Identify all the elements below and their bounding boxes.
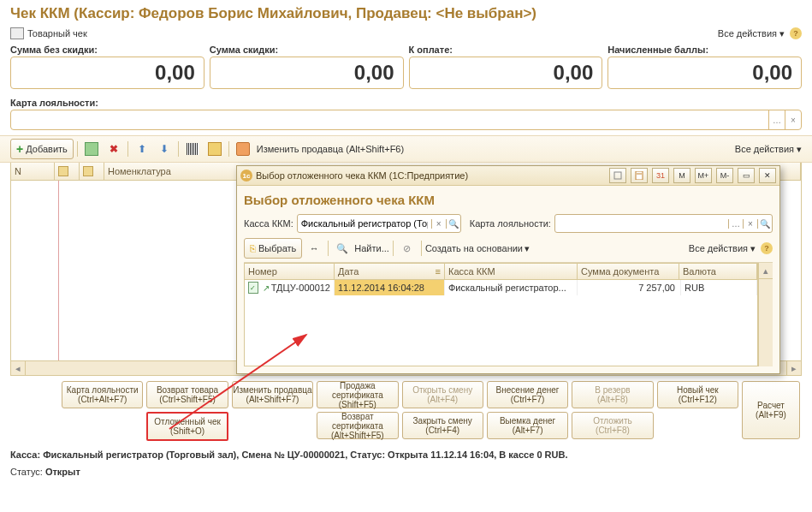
total-discount-value: 0,00 [210,57,404,89]
total-points-value: 0,00 [608,57,802,89]
row-number: ТДЦУ-000012 [271,283,330,293]
dcol-number[interactable]: Номер [245,264,335,279]
chevron-down-icon: ▾ [779,28,785,39]
m-plus-button[interactable]: M+ [695,168,712,183]
chevron-down-icon: ▾ [797,144,802,155]
table-row[interactable]: ✓ ↗ ТДЦУ-000012 11.12.2014 16:04:28 Фиск… [245,280,757,295]
separator [328,241,329,256]
dcol-kassa[interactable]: Касса ККМ [445,264,578,279]
withdraw-button[interactable]: Выемка денег(Alt+F7) [487,412,568,439]
tb-icon-1[interactable] [609,168,626,183]
print-icon [10,27,24,39]
dialog-titlebar-text: Выбор отложенного чека ККМ (1С:Предприят… [256,170,605,181]
loyalty-label: Карта лояльности: [0,94,812,110]
scan-button[interactable] [204,139,225,159]
loyalty-clear-button[interactable]: × [743,219,757,229]
calendar-icon[interactable]: 31 [652,168,669,183]
loyalty-ellipsis-button[interactable]: … [768,110,785,129]
loyalty-field[interactable]: … × [10,110,802,130]
dcol-date[interactable]: Дата ≡ [335,264,445,279]
all-actions-menu[interactable]: Все действия ▾ [718,28,785,39]
m-minus-button[interactable]: M- [716,168,733,183]
refresh-button[interactable]: ↔ [304,238,324,259]
col-icon2[interactable] [80,163,104,180]
deferred-check-button[interactable]: Отложенный чек(Shift+O) [146,412,228,441]
open-shift-button[interactable]: Открыть смену(Alt+F4) [402,381,483,408]
minimize-button[interactable]: ▭ [738,168,755,183]
check-icon: ✓ [248,282,258,294]
delete-button[interactable]: ✖ [104,139,124,159]
loyalty-clear-button[interactable]: × [785,110,801,129]
loyalty-input[interactable] [11,110,768,129]
return-cert-button[interactable]: Возврат сертификата(Alt+Shift+F5) [317,412,398,439]
deposit-button[interactable]: Внесение денег(Ctrl+F7) [487,381,568,408]
close-shift-button[interactable]: Закрыть смену(Ctrl+F4) [402,412,483,439]
find-link[interactable]: Найти... [354,243,389,253]
calculator-icon[interactable] [631,168,648,183]
barcode-button[interactable] [182,139,203,159]
dialog-all-actions-menu[interactable]: Все действия ▾ [689,243,756,254]
separator [178,141,179,157]
row-date: 11.12.2014 16:04:28 [335,280,445,295]
separator [228,141,229,157]
sell-cert-button[interactable]: Продажа сертификата(Shift+F5) [317,381,398,408]
move-down-button[interactable]: ⬇ [154,139,175,159]
row-sum: 7 257,00 [578,280,681,295]
print-receipt-link[interactable]: Товарный чек [27,28,87,39]
scroll-up-button[interactable]: ▴ [759,263,773,279]
m-button[interactable]: M [673,168,690,183]
loyalty-search-button[interactable]: 🔍 [757,219,772,229]
col-icon1[interactable] [55,163,80,180]
deferred-check-dialog: 1c Выбор отложенного чека ККМ (1С:Предпр… [236,165,780,374]
margin-line [58,181,59,360]
return-goods-button[interactable]: Возврат товара(Ctrl+Shift+F5) [146,381,228,408]
add-button[interactable]: + Добавить [10,139,74,159]
scroll-left-button[interactable]: ◂ [11,361,26,375]
dcol-sum[interactable]: Сумма документа [578,264,679,279]
arrow-down-icon: ⬇ [160,143,169,155]
kassa-clear-button[interactable]: × [431,219,446,229]
search-icon: 🔍 [336,243,348,254]
change-seller-link[interactable]: Изменить продавца (Alt+Shift+F6) [257,144,404,154]
col-n[interactable]: N [11,163,55,180]
select-button[interactable]: ⎘ Выбрать [244,238,302,259]
separator [127,141,128,157]
app-icon: 1c [240,170,252,182]
kassa-search-button[interactable]: 🔍 [446,219,460,229]
loyalty-card-button[interactable]: Карта лояльности(Ctrl+Alt+F7) [62,381,143,408]
create-based-menu[interactable]: Создать на основании ▾ [425,243,530,254]
loyalty-ellipsis-button[interactable]: … [728,219,743,229]
close-button[interactable]: ✕ [759,168,776,183]
reserve-button[interactable]: В резерв(Alt+F8) [572,381,653,408]
refresh-icon: ↔ [310,243,319,253]
help-icon[interactable]: ? [790,27,802,39]
scroll-right-button[interactable]: ▸ [786,361,801,375]
dcol-cur[interactable]: Валюта [679,264,757,279]
kassa-input[interactable] [298,218,431,229]
status-value: Открыт [45,467,80,477]
defer-button[interactable]: Отложить(Ctrl+F8) [572,412,653,439]
chevron-down-icon: ▾ [525,243,530,254]
dialog-loyalty-input-group[interactable]: … × 🔍 [554,214,773,233]
cancel-icon: ⊘ [403,243,411,254]
change-seller-button[interactable]: Изменить продавца(Alt+Shift+F7) [232,381,313,408]
copy-button[interactable] [81,139,102,159]
kassa-input-group[interactable]: × 🔍 [297,214,461,233]
dialog-loyalty-input[interactable] [555,218,728,229]
move-up-button[interactable]: ⬆ [132,139,152,159]
svg-rect-1 [636,171,643,180]
select-label: Выбрать [258,243,296,253]
find-icon-button[interactable]: 🔍 [332,238,353,259]
seller-icon-button[interactable] [233,139,253,159]
doc-icon [58,166,68,176]
new-check-button[interactable]: Новый чек(Ctrl+F12) [657,381,738,408]
separator [421,241,422,256]
all-actions-menu-2[interactable]: Все действия ▾ [735,144,802,155]
sort-icon: ≡ [436,266,441,277]
help-icon[interactable]: ? [761,242,773,254]
calc-button[interactable]: Расчет(Alt+F9) [742,381,800,439]
v-scrollbar[interactable]: ▴ [758,263,773,366]
cancel-icon-button[interactable]: ⊘ [397,238,418,259]
all-actions-label: Все действия [718,28,777,39]
chevron-down-icon: ▾ [750,243,756,254]
